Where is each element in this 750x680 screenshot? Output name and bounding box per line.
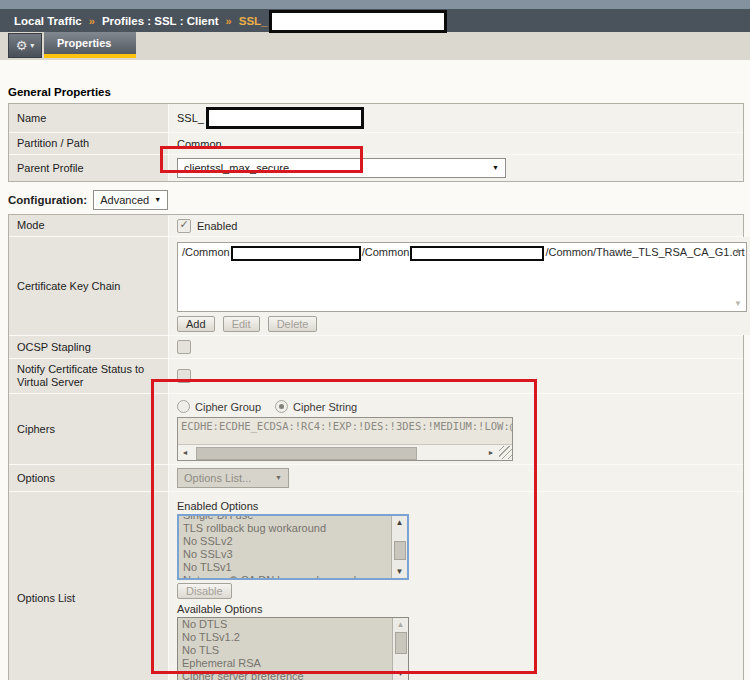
- scroll-left-icon[interactable]: ◄: [178, 449, 192, 456]
- mode-label: Mode: [9, 215, 169, 236]
- scroll-right-icon[interactable]: ►: [484, 449, 498, 456]
- certificate-key-chain-label: Certificate Key Chain: [9, 237, 169, 335]
- chevron-down-icon: ▾: [30, 42, 34, 50]
- mode-checkbox-label: Enabled: [197, 220, 237, 232]
- scroll-up-icon[interactable]: ▲: [393, 620, 408, 629]
- edit-button[interactable]: Edit: [223, 316, 260, 332]
- enabled-options-title: Enabled Options: [177, 500, 258, 512]
- general-properties-table: Name SSL_ Partition / Path Common Parent…: [8, 103, 744, 182]
- redaction-box-name: [206, 107, 364, 129]
- list-item[interactable]: No TLSv1: [179, 561, 407, 574]
- horizontal-scrollbar[interactable]: ◄ ►: [178, 444, 512, 460]
- available-options-listbox[interactable]: No DTLS No TLSv1.2 No TLS Ephemeral RSA …: [177, 617, 409, 680]
- configuration-label: Configuration:: [8, 194, 87, 206]
- cert-path-prefix-2: /Common: [362, 246, 410, 258]
- table-row: Mode ✓ Enabled: [9, 215, 743, 237]
- table-row: Name SSL_: [9, 104, 743, 133]
- scroll-down-icon[interactable]: ▼: [392, 567, 407, 576]
- scrollbar-thumb[interactable]: [395, 632, 407, 654]
- list-item[interactable]: Cipher server preference: [178, 670, 408, 680]
- breadcrumb-profile-name: SSL_: [239, 15, 268, 27]
- enabled-options-listbox[interactable]: Single DH use TLS rollback bug workaroun…: [177, 514, 409, 580]
- configuration-selected-value: Advanced: [100, 194, 149, 206]
- list-item[interactable]: No SSLv2: [179, 535, 407, 548]
- table-row: Options Options List... ▼: [9, 465, 743, 492]
- general-properties-heading: General Properties: [8, 86, 750, 98]
- cert-path-prefix-1: /Common: [182, 246, 230, 258]
- breadcrumb-separator: »: [89, 15, 95, 27]
- resize-grip-icon[interactable]: [499, 446, 512, 459]
- list-item[interactable]: Netscape® CA DN bug workaround: [179, 574, 407, 580]
- cipher-string-radio-label: Cipher String: [293, 401, 357, 413]
- configuration-selector: Configuration: Advanced ▼: [8, 190, 750, 210]
- scroll-up-icon[interactable]: ▲: [392, 518, 407, 527]
- ocsp-stapling-label: OCSP Stapling: [9, 336, 169, 358]
- redaction-box-cert-1: [231, 246, 361, 261]
- tab-properties-label: Properties: [57, 37, 111, 49]
- scroll-down-icon[interactable]: ▼: [734, 299, 742, 308]
- redaction-box-cert-2: [410, 246, 544, 261]
- list-item[interactable]: No SSLv3: [179, 548, 407, 561]
- table-row: Notify Certificate Status to Virtual Ser…: [9, 359, 743, 394]
- available-options-title: Available Options: [177, 603, 262, 615]
- certificate-key-chain-listbox[interactable]: /Common/Common/Common/Thawte_TLS_RSA_CA_…: [177, 242, 747, 312]
- scrollbar-thumb[interactable]: [196, 447, 417, 460]
- notify-certificate-status-checkbox[interactable]: [177, 369, 191, 383]
- table-row: Options List Enabled Options Single DH u…: [9, 492, 743, 680]
- table-row: Partition / Path Common: [9, 133, 743, 155]
- cipher-group-radio-label: Cipher Group: [195, 401, 261, 413]
- select-caret-icon: ▼: [154, 196, 161, 203]
- cipher-string-textarea[interactable]: ECDHE:ECDHE_ECDSA:!RC4:!EXP:!DES:!3DES:!…: [177, 417, 513, 461]
- delete-button[interactable]: Delete: [268, 316, 318, 332]
- ciphers-label: Ciphers: [9, 394, 169, 464]
- check-icon: ✓: [179, 219, 188, 230]
- cipher-string-radio[interactable]: [275, 400, 288, 413]
- list-item[interactable]: TLS rollback bug workaround: [179, 522, 407, 535]
- list-item[interactable]: No TLSv1.2: [178, 631, 408, 644]
- cipher-group-radio[interactable]: [177, 400, 190, 413]
- gear-menu-button[interactable]: ⚙ ▾: [8, 33, 42, 58]
- scrollbar-track[interactable]: [192, 446, 484, 459]
- list-item[interactable]: No TLS: [178, 644, 408, 657]
- gear-icon: ⚙: [16, 39, 28, 52]
- configuration-table: Mode ✓ Enabled Certificate Key Chain /Co…: [8, 214, 744, 680]
- certificate-entry[interactable]: /Common/Common/Common/Thawte_TLS_RSA_CA_…: [182, 246, 726, 261]
- table-row: Ciphers Cipher Group Cipher String ECDHE…: [9, 394, 743, 465]
- mode-checkbox[interactable]: ✓: [177, 219, 191, 233]
- window-top-strip: [0, 0, 750, 9]
- partition-path-value: Common: [177, 138, 222, 150]
- name-label: Name: [9, 104, 169, 132]
- add-button[interactable]: Add: [177, 316, 215, 332]
- parent-profile-select[interactable]: clientssl_max_secure ▼: [177, 158, 506, 178]
- scroll-up-icon[interactable]: ▲: [734, 246, 742, 255]
- breadcrumb-separator: »: [226, 15, 232, 27]
- breadcrumb: Local Traffic » Profiles : SSL : Client …: [0, 9, 750, 32]
- scroll-down-icon[interactable]: ▼: [393, 669, 408, 678]
- select-caret-icon: ▼: [275, 474, 282, 481]
- select-caret-icon: ▼: [492, 164, 499, 171]
- cipher-string-value: ECDHE:ECDHE_ECDSA:!RC4:!EXP:!DES:!3DES:!…: [178, 418, 512, 444]
- list-item[interactable]: No DTLS: [178, 618, 408, 631]
- table-row: Certificate Key Chain /Common/Common/Com…: [9, 237, 743, 336]
- parent-profile-label: Parent Profile: [9, 155, 169, 181]
- scrollbar-thumb[interactable]: [394, 541, 406, 560]
- breadcrumb-path[interactable]: Profiles : SSL : Client: [102, 15, 219, 27]
- notify-certificate-status-label: Notify Certificate Status to Virtual Ser…: [9, 359, 169, 393]
- options-label: Options: [9, 465, 169, 491]
- disable-button[interactable]: Disable: [177, 583, 232, 599]
- vertical-scrollbar[interactable]: ▲ ▼: [392, 618, 408, 680]
- options-list-select[interactable]: Options List... ▼: [177, 468, 289, 488]
- ocsp-stapling-checkbox[interactable]: [177, 340, 191, 354]
- partition-path-label: Partition / Path: [9, 133, 169, 154]
- breadcrumb-section[interactable]: Local Traffic: [14, 15, 82, 27]
- tab-properties[interactable]: Properties: [44, 32, 136, 58]
- tab-strip: ⚙ ▾ Properties: [0, 32, 750, 60]
- configuration-select[interactable]: Advanced ▼: [93, 190, 168, 210]
- table-row: Parent Profile clientssl_max_secure ▼: [9, 155, 743, 181]
- vertical-scrollbar[interactable]: ▲ ▼: [391, 516, 407, 578]
- list-item[interactable]: Ephemeral RSA: [178, 657, 408, 670]
- list-item[interactable]: Single DH use: [179, 514, 407, 522]
- redaction-box-profile-name: [269, 10, 447, 33]
- table-row: OCSP Stapling: [9, 336, 743, 359]
- parent-profile-selected-value: clientssl_max_secure: [184, 162, 289, 174]
